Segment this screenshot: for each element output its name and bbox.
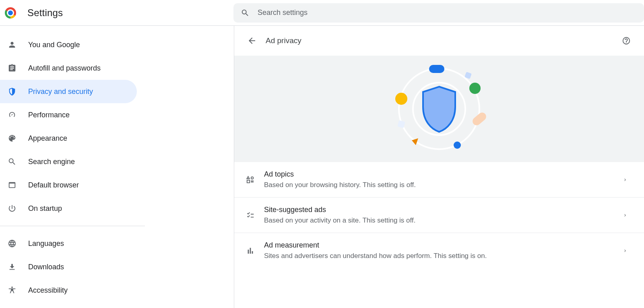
svg-rect-2	[429, 65, 444, 73]
svg-point-5	[454, 142, 461, 149]
setting-ad-topics[interactable]: Ad topics Based on your browsing history…	[234, 162, 644, 198]
setting-desc: Based on your browsing history. This set…	[264, 181, 622, 189]
setting-title: Ad measurement	[264, 241, 622, 250]
setting-ad-measurement[interactable]: Ad measurement Sites and advertisers can…	[234, 233, 644, 268]
sidebar-item-label: Performance	[28, 111, 70, 119]
sidebar-item-label: Default browser	[28, 181, 79, 189]
sidebar-item-languages[interactable]: Languages	[0, 232, 137, 255]
checklist-icon	[246, 210, 255, 220]
speedometer-icon	[7, 110, 17, 120]
person-icon	[7, 40, 17, 50]
sidebar-item-downloads[interactable]: Downloads	[0, 255, 137, 279]
sidebar-item-you-and-google[interactable]: You and Google	[0, 33, 137, 56]
sidebar-item-default-browser[interactable]: Default browser	[0, 173, 137, 197]
hero-illustration	[234, 56, 644, 162]
power-icon	[7, 204, 17, 213]
download-icon	[7, 262, 17, 272]
sidebar-item-search-engine[interactable]: Search engine	[0, 150, 137, 173]
sidebar-item-label: Languages	[28, 239, 64, 248]
sidebar-item-label: On startup	[28, 204, 62, 213]
bar-chart-icon	[246, 246, 255, 256]
palette-icon	[7, 133, 17, 143]
svg-point-8	[395, 93, 407, 105]
shield-icon	[7, 87, 17, 96]
sidebar-item-performance[interactable]: Performance	[0, 103, 137, 127]
page-header: Ad privacy	[234, 26, 644, 56]
sidebar-item-appearance[interactable]: Appearance	[0, 127, 137, 150]
accessibility-icon	[7, 285, 17, 295]
globe-icon	[7, 239, 17, 248]
sidebar-item-label: Downloads	[28, 263, 64, 271]
setting-desc: Based on your activity on a site. This s…	[264, 216, 622, 225]
chevron-right-icon	[622, 177, 628, 183]
search-icon	[241, 8, 250, 17]
sidebar-item-label: Search engine	[28, 158, 75, 166]
browser-window-icon	[7, 180, 17, 190]
clipboard-icon	[7, 63, 17, 73]
privacy-shield-illustration-icon	[387, 62, 491, 155]
sidebar: You and Google Autofill and passwords Pr…	[0, 26, 234, 308]
svg-point-3	[469, 83, 481, 94]
app-title: Settings	[27, 7, 63, 19]
setting-title: Ad topics	[264, 170, 622, 179]
chevron-right-icon	[622, 248, 628, 254]
setting-site-suggested-ads[interactable]: Site-suggested ads Based on your activit…	[234, 198, 644, 233]
main-content: Ad privacy	[234, 26, 644, 308]
chrome-logo-icon	[5, 7, 16, 19]
shapes-icon	[246, 175, 255, 185]
sidebar-item-label: Appearance	[28, 134, 67, 143]
sidebar-item-privacy-security[interactable]: Privacy and security	[0, 80, 137, 103]
search-input[interactable]	[258, 8, 637, 17]
sidebar-item-accessibility[interactable]: Accessibility	[0, 279, 137, 302]
sidebar-item-label: You and Google	[28, 41, 80, 49]
sidebar-item-label: Privacy and security	[28, 87, 93, 96]
page-title: Ad privacy	[266, 36, 301, 45]
sidebar-item-label: Accessibility	[28, 286, 68, 295]
back-button[interactable]	[246, 35, 258, 46]
sidebar-item-autofill[interactable]: Autofill and passwords	[0, 56, 137, 80]
chevron-right-icon	[622, 212, 628, 218]
setting-desc: Sites and advertisers can understand how…	[264, 252, 622, 260]
search-icon	[7, 157, 17, 166]
sidebar-item-on-startup[interactable]: On startup	[0, 197, 137, 220]
sidebar-divider	[0, 226, 145, 226]
sidebar-item-label: Autofill and passwords	[28, 64, 101, 73]
help-circle-icon	[622, 36, 631, 45]
setting-title: Site-suggested ads	[264, 206, 622, 214]
arrow-left-icon	[247, 36, 257, 46]
search-box[interactable]	[233, 3, 644, 23]
topbar: Settings	[0, 0, 644, 26]
help-button[interactable]	[621, 35, 632, 46]
